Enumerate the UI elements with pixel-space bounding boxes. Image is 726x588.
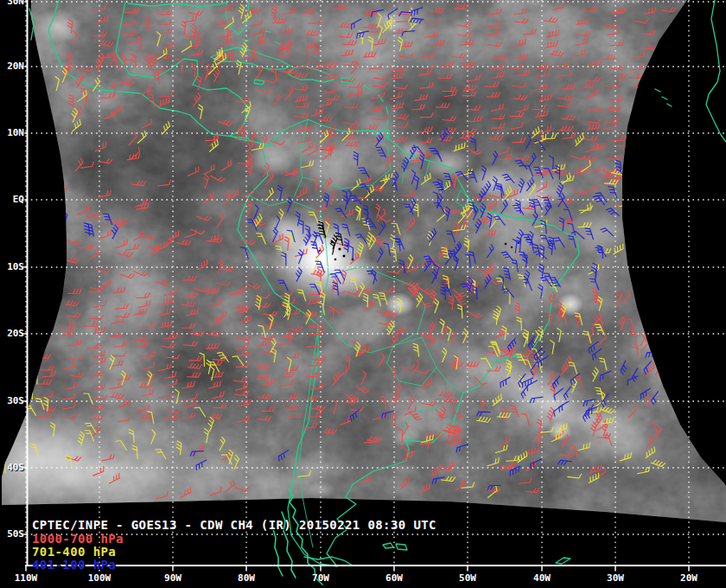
satellite-map [0, 0, 726, 588]
lat-label-10s: 10S [1, 261, 24, 272]
lon-label-70w: 70W [303, 572, 338, 584]
lat-label-20s: 20S [1, 328, 24, 339]
lat-label-20n: 20N [1, 61, 24, 72]
lon-label-20w: 20W [672, 572, 706, 584]
lat-label-eq: EQ [1, 194, 24, 205]
lon-label-60w: 60W [377, 572, 411, 584]
lon-label-40w: 40W [525, 572, 559, 584]
lon-label-80w: 80W [229, 572, 264, 584]
legend-mid-level: 701-400 hPa [32, 545, 116, 559]
lat-label-10n: 10N [1, 127, 24, 138]
lat-label-30n: 30N [1, 0, 24, 7]
lat-label-50s: 50S [1, 528, 24, 540]
lon-label-90w: 90W [156, 572, 190, 584]
lon-label-110w: 110W [9, 572, 43, 584]
legend-low-level: 1000-700 hPa [32, 532, 124, 546]
lat-label-30s: 30S [1, 395, 24, 406]
lat-label-40s: 40S [1, 462, 24, 473]
map-title: CPTEC/INPE - GOES13 - CDW CH4 (IR) 20150… [32, 518, 436, 532]
lon-label-50w: 50W [450, 572, 485, 584]
satellite-wind-product: 30N20N10NEQ10S20S30S40S50S 110W100W90W80… [0, 0, 726, 588]
lon-label-100w: 100W [82, 572, 117, 584]
lon-label-30w: 30W [598, 572, 633, 584]
legend-high-level: 401-100 hPa [32, 558, 116, 572]
